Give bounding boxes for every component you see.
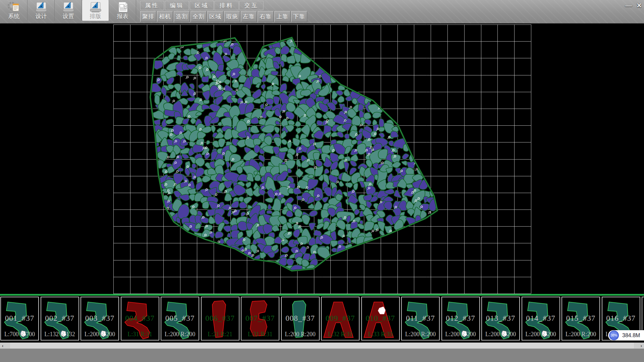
piece-count-label: L:200 R:200 — [81, 331, 118, 338]
piece-name-label: 001_#37 — [1, 314, 38, 323]
nav-button-4[interactable]: 排版 — [82, 0, 109, 21]
piece-count-label: L:132 R:132 — [41, 331, 78, 338]
thumbnail-piece-5[interactable]: 005_#37L:200 R:200 — [161, 297, 199, 341]
piece-count-label: L:200 R:200 — [402, 331, 439, 338]
piece-count-label: L:700 R:700 — [1, 331, 38, 338]
nav-button-label: 报表 — [117, 13, 128, 20]
design-ruler-icon — [34, 1, 49, 13]
nav-button-3[interactable]: 设置 — [55, 0, 82, 21]
app-window: 系统设计设置排版报表 属性编辑区域排料交互 聚排相机选割全割区域瑕疵左靠右靠上靠… — [0, 0, 644, 362]
settings-ruler-icon — [61, 1, 76, 13]
scroll-right-icon[interactable]: › — [639, 343, 644, 349]
close-button[interactable]: ✕ — [634, 1, 644, 9]
horizontal-scrollbar[interactable]: ‹ › — [0, 343, 644, 349]
piece-name-label: 015_#37 — [562, 314, 599, 323]
piece-count-label: L:32 R:31 — [322, 331, 359, 338]
nav-button-label: 系统 — [8, 13, 20, 20]
piece-count-label: L:200 R:200 — [282, 331, 319, 338]
progress-percent-badge: 38% — [609, 330, 619, 340]
action-button-3[interactable]: 选割 — [174, 11, 190, 22]
thumbnail-piece-2[interactable]: 002_#37L:132 R:132 — [41, 297, 79, 341]
thumbnail-piece-6[interactable]: 006_#37L:21 R:21 — [201, 297, 239, 341]
action-button-2[interactable]: 相机 — [157, 11, 173, 22]
piece-name-label: 009_#37 — [322, 314, 359, 323]
action-button-1[interactable]: 聚排 — [140, 11, 156, 22]
memory-status-badge[interactable]: 38% 384.8M — [608, 330, 644, 341]
piece-count-label: L:200 R:200 — [562, 331, 599, 338]
piece-name-label: 007_#37 — [241, 314, 279, 323]
menu-tab-2[interactable]: 编辑 — [165, 1, 189, 10]
main-toolbar: 系统设计设置排版报表 属性编辑区域排料交互 聚排相机选割全割区域瑕疵左靠右靠上靠… — [0, 0, 644, 23]
thumbnail-piece-9[interactable]: 009_#37L:32 R:31 — [321, 297, 360, 341]
piece-name-label: 004_#37 — [121, 314, 159, 323]
piece-name-label: 010_#37 — [362, 314, 399, 323]
system-gear-icon — [7, 1, 21, 13]
action-button-5[interactable]: 区域 — [207, 11, 223, 22]
piece-name-label: 013_#37 — [482, 314, 519, 323]
piece-count-label: L:31 R:31 — [241, 331, 279, 338]
thumbnail-piece-3[interactable]: 003_#37L:200 R:200 — [80, 297, 119, 341]
action-button-7[interactable]: 左靠 — [241, 11, 257, 22]
nesting-ruler-icon — [88, 1, 103, 13]
piece-name-label: 014_#37 — [522, 314, 559, 323]
minimize-button[interactable]: — — [623, 1, 634, 9]
thumbnail-piece-8[interactable]: 008_#37L:200 R:200 — [281, 297, 320, 341]
action-button-10[interactable]: 下靠 — [291, 11, 307, 22]
thumbnail-piece-10[interactable]: 010_#37L:33 R:33 — [361, 297, 400, 341]
nav-button-label: 设计 — [36, 13, 47, 20]
menu-tab-1[interactable]: 属性 — [140, 1, 164, 10]
action-button-6[interactable]: 瑕疵 — [224, 11, 240, 22]
nesting-canvas[interactable] — [0, 23, 644, 294]
thumbnail-piece-7[interactable]: 007_#37L:31 R:31 — [241, 297, 279, 341]
piece-count-label: L:200 R:200 — [442, 331, 479, 338]
report-doc-icon — [115, 1, 130, 13]
nav-button-1[interactable]: 系统 — [1, 0, 28, 21]
piece-name-label: 011_#37 — [402, 314, 439, 323]
menu-tab-3[interactable]: 区域 — [190, 1, 214, 10]
piece-count-label: L:200 R:200 — [482, 331, 519, 338]
nav-button-label: 设置 — [63, 13, 74, 20]
menu-tab-4[interactable]: 排料 — [215, 1, 238, 10]
menu-tab-5[interactable]: 交互 — [239, 1, 263, 10]
piece-count-label: L:200 R:200 — [161, 331, 199, 338]
nav-button-2[interactable]: 设计 — [28, 0, 55, 21]
piece-name-label: 008_#37 — [282, 314, 319, 323]
piece-name-label: 002_#37 — [41, 314, 78, 323]
thumbnail-piece-11[interactable]: 011_#37L:200 R:200 — [401, 297, 440, 341]
action-button-9[interactable]: 上靠 — [274, 11, 290, 22]
thumbnail-piece-4[interactable]: 004_#37L:31 R:31 — [121, 297, 159, 341]
thumbnail-piece-15[interactable]: 015_#37L:200 R:200 — [561, 297, 600, 341]
thumbnail-piece-1[interactable]: 001_#37L:700 R:700 — [0, 297, 39, 341]
action-button-8[interactable]: 右靠 — [258, 11, 274, 22]
piece-count-label: L:31 R:31 — [121, 331, 159, 338]
thumbnail-piece-13[interactable]: 013_#37L:200 R:200 — [481, 297, 520, 341]
piece-count-label: L:33 R:33 — [362, 331, 399, 338]
memory-value-label: 384.8M — [622, 330, 640, 341]
action-button-4[interactable]: 全割 — [191, 11, 207, 22]
status-bar — [0, 349, 644, 362]
piece-name-label: 003_#37 — [81, 314, 118, 323]
piece-name-label: 016_#37 — [602, 314, 640, 323]
piece-name-label: 005_#37 — [161, 314, 199, 323]
thumbnail-piece-14[interactable]: 014_#37L:200 R:200 — [522, 297, 560, 341]
piece-name-label: 017_#37 — [642, 314, 644, 323]
nav-button-label: 排版 — [90, 13, 101, 20]
nav-button-5[interactable]: 报表 — [109, 0, 136, 21]
piece-count-label: L:200 R:200 — [522, 331, 559, 338]
piece-name-label: 006_#37 — [202, 314, 239, 323]
thumbnail-piece-12[interactable]: 012_#37L:200 R:200 — [441, 297, 480, 341]
scroll-left-icon[interactable]: ‹ — [0, 343, 5, 349]
scrollbar-track[interactable] — [10, 343, 634, 349]
piece-thumbnail-strip: 001_#37L:700 R:700002_#37L:132 R:132003_… — [0, 296, 644, 343]
piece-count-label: L:21 R:21 — [202, 331, 239, 338]
piece-name-label: 012_#37 — [442, 314, 479, 323]
